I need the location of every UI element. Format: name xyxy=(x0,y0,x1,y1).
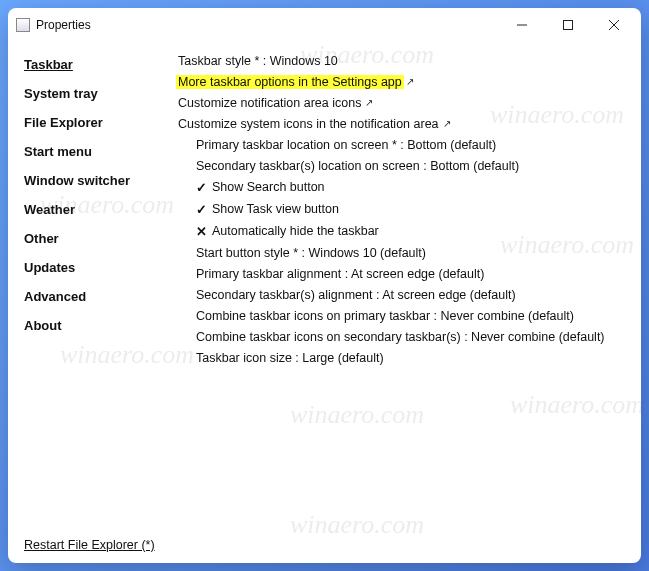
sidebar: TaskbarSystem trayFile ExplorerStart men… xyxy=(24,50,160,527)
setting-primary-taskbar-alignment[interactable]: Primary taskbar alignment : At screen ed… xyxy=(172,263,633,284)
sidebar-item-updates[interactable]: Updates xyxy=(24,253,160,282)
setting-label: Primary taskbar location on screen * : B… xyxy=(194,138,498,152)
setting-label: Customize system icons in the notificati… xyxy=(176,117,441,131)
check-icon: ✓ xyxy=(194,202,208,217)
setting-label: Show Search button xyxy=(210,180,327,194)
setting-label: Show Task view button xyxy=(210,202,341,216)
setting-secondary-taskbar-alignment[interactable]: Secondary taskbar(s) alignment : At scre… xyxy=(172,284,633,305)
maximize-button[interactable] xyxy=(545,10,591,40)
window-title: Properties xyxy=(36,18,91,32)
sidebar-item-taskbar[interactable]: Taskbar xyxy=(24,50,160,79)
minimize-button[interactable] xyxy=(499,10,545,40)
titlebar: Properties xyxy=(8,8,641,42)
sidebar-item-label: Start menu xyxy=(24,144,92,159)
sidebar-item-label: Updates xyxy=(24,260,75,275)
setting-label: Taskbar icon size : Large (default) xyxy=(194,351,386,365)
setting-label: Taskbar style * : Windows 10 xyxy=(176,54,340,68)
check-icon: ✓ xyxy=(194,180,208,195)
setting-show-task-view-button[interactable]: ✓Show Task view button xyxy=(172,198,633,220)
setting-auto-hide-taskbar[interactable]: ✕Automatically hide the taskbar xyxy=(172,220,633,242)
sidebar-item-other[interactable]: Other xyxy=(24,224,160,253)
content-area: TaskbarSystem trayFile ExplorerStart men… xyxy=(8,42,641,529)
setting-start-button-style[interactable]: Start button style * : Windows 10 (defau… xyxy=(172,242,633,263)
setting-taskbar-style[interactable]: Taskbar style * : Windows 10 xyxy=(172,50,633,71)
close-button[interactable] xyxy=(591,10,637,40)
cross-icon: ✕ xyxy=(194,224,208,239)
sidebar-item-label: Other xyxy=(24,231,59,246)
setting-label: Secondary taskbar(s) location on screen … xyxy=(194,159,521,173)
external-link-icon: ↗ xyxy=(365,97,373,108)
svg-rect-1 xyxy=(564,21,573,30)
setting-label: Start button style * : Windows 10 (defau… xyxy=(194,246,428,260)
sidebar-item-label: Advanced xyxy=(24,289,86,304)
sidebar-item-weather[interactable]: Weather xyxy=(24,195,160,224)
sidebar-item-label: Taskbar xyxy=(24,57,73,72)
setting-combine-primary[interactable]: Combine taskbar icons on primary taskbar… xyxy=(172,305,633,326)
setting-secondary-taskbar-location[interactable]: Secondary taskbar(s) location on screen … xyxy=(172,155,633,176)
sidebar-item-label: System tray xyxy=(24,86,98,101)
setting-customize-notification-icons[interactable]: Customize notification area icons↗ xyxy=(172,92,633,113)
setting-label: Secondary taskbar(s) alignment : At scre… xyxy=(194,288,518,302)
sidebar-item-label: Window switcher xyxy=(24,173,130,188)
restart-file-explorer-link[interactable]: Restart File Explorer (*) xyxy=(24,538,155,552)
sidebar-item-file-explorer[interactable]: File Explorer xyxy=(24,108,160,137)
footer: Restart File Explorer (*) xyxy=(8,529,641,563)
properties-window: Properties TaskbarSystem trayFile Explor… xyxy=(8,8,641,563)
app-icon xyxy=(16,18,30,32)
sidebar-item-advanced[interactable]: Advanced xyxy=(24,282,160,311)
external-link-icon: ↗ xyxy=(406,76,414,87)
setting-label: More taskbar options in the Settings app xyxy=(176,75,404,89)
sidebar-item-about[interactable]: About xyxy=(24,311,160,340)
setting-more-taskbar-options[interactable]: More taskbar options in the Settings app… xyxy=(172,71,633,92)
setting-taskbar-icon-size[interactable]: Taskbar icon size : Large (default) xyxy=(172,347,633,368)
sidebar-item-system-tray[interactable]: System tray xyxy=(24,79,160,108)
settings-list: Taskbar style * : Windows 10More taskbar… xyxy=(160,50,633,527)
setting-label: Automatically hide the taskbar xyxy=(210,224,381,238)
sidebar-item-start-menu[interactable]: Start menu xyxy=(24,137,160,166)
setting-label: Primary taskbar alignment : At screen ed… xyxy=(194,267,486,281)
setting-show-search-button[interactable]: ✓Show Search button xyxy=(172,176,633,198)
sidebar-item-window-switcher[interactable]: Window switcher xyxy=(24,166,160,195)
setting-label: Combine taskbar icons on primary taskbar… xyxy=(194,309,576,323)
setting-customize-system-icons[interactable]: Customize system icons in the notificati… xyxy=(172,113,633,134)
external-link-icon: ↗ xyxy=(443,118,451,129)
sidebar-item-label: Weather xyxy=(24,202,75,217)
setting-label: Customize notification area icons xyxy=(176,96,363,110)
sidebar-item-label: About xyxy=(24,318,62,333)
setting-label: Combine taskbar icons on secondary taskb… xyxy=(194,330,607,344)
setting-combine-secondary[interactable]: Combine taskbar icons on secondary taskb… xyxy=(172,326,633,347)
sidebar-item-label: File Explorer xyxy=(24,115,103,130)
setting-primary-taskbar-location[interactable]: Primary taskbar location on screen * : B… xyxy=(172,134,633,155)
